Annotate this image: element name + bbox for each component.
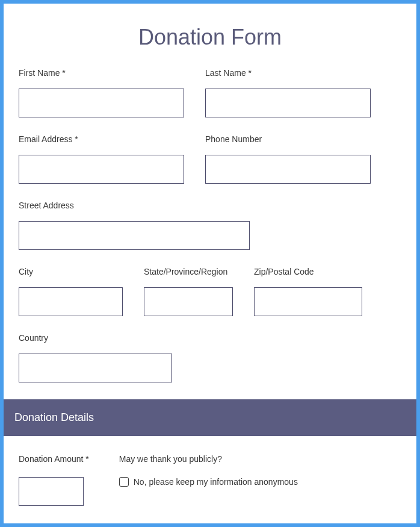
street-input[interactable] <box>19 221 250 250</box>
row-street: Street Address <box>19 201 401 250</box>
field-phone: Phone Number <box>205 134 371 184</box>
anonymous-checkbox[interactable] <box>119 477 129 487</box>
city-input[interactable] <box>19 287 123 316</box>
row-city-state-zip: City State/Province/Region Zip/Postal Co… <box>19 267 401 316</box>
section-donation-details: Donation Details <box>4 399 416 436</box>
state-label: State/Province/Region <box>144 267 233 276</box>
last-name-label: Last Name * <box>205 68 371 78</box>
row-donation: Donation Amount * May we thank you publi… <box>4 454 416 506</box>
first-name-label: First Name * <box>19 68 184 78</box>
zip-label: Zip/Postal Code <box>254 267 362 276</box>
last-name-input[interactable] <box>205 89 371 117</box>
donation-amount-label: Donation Amount * <box>19 454 89 464</box>
field-last-name: Last Name * <box>205 68 371 117</box>
phone-input[interactable] <box>205 155 371 184</box>
donation-amount-input[interactable] <box>19 477 84 506</box>
anonymous-option: No, please keep my information anonymous <box>119 477 401 487</box>
field-state: State/Province/Region <box>144 267 233 316</box>
page-title: Donation Form <box>4 4 416 68</box>
row-country: Country <box>19 333 401 382</box>
state-input[interactable] <box>144 287 233 316</box>
zip-input[interactable] <box>254 287 362 316</box>
anonymous-label[interactable]: No, please keep my information anonymous <box>134 477 298 487</box>
field-donation-amount: Donation Amount * <box>19 454 89 506</box>
field-email: Email Address * <box>19 134 184 184</box>
field-city: City <box>19 267 123 316</box>
form-body: First Name * Last Name * Email Address *… <box>4 68 416 382</box>
field-country: Country <box>19 333 172 382</box>
country-input[interactable] <box>19 354 172 382</box>
first-name-input[interactable] <box>19 89 184 117</box>
field-street: Street Address <box>19 201 250 250</box>
city-label: City <box>19 267 123 276</box>
form-frame: Donation Form First Name * Last Name * E… <box>0 0 420 527</box>
row-contact: Email Address * Phone Number <box>19 134 401 184</box>
field-thank-public: May we thank you publicly? No, please ke… <box>119 454 401 506</box>
field-zip: Zip/Postal Code <box>254 267 362 316</box>
thank-question: May we thank you publicly? <box>119 454 401 464</box>
field-first-name: First Name * <box>19 68 184 117</box>
street-label: Street Address <box>19 201 250 210</box>
phone-label: Phone Number <box>205 134 371 144</box>
country-label: Country <box>19 333 172 343</box>
email-input[interactable] <box>19 155 184 184</box>
row-name: First Name * Last Name * <box>19 68 401 117</box>
email-label: Email Address * <box>19 134 184 144</box>
